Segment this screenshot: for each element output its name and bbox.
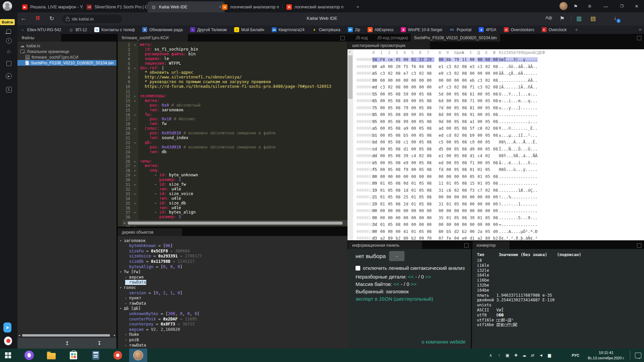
file-tree-item[interactable]: ☁kaitai.io: [17, 43, 116, 49]
tab-js-code-debug[interactable]: JS-код (отладка): [374, 34, 412, 42]
translate-icon[interactable]: Aф: [545, 15, 553, 20]
hex-viewer[interactable]: ▲ 0123456789ОдинБСДЕФ0123456789ОдинБСДЕФ…: [347, 49, 644, 240]
collections-icon[interactable]: ▤: [589, 15, 597, 22]
tree-node[interactable]: ·sizeDb = 0x11798B = 1145227: [125, 259, 195, 264]
fold-icon[interactable]: ▾: [134, 127, 136, 130]
tree-node[interactable]: ▹Пойя: [125, 332, 139, 337]
taskbar-app-maps[interactable]: [110, 349, 126, 362]
hex-row[interactable]: 00000040edc3020800000000efc30208f1c30208…: [347, 85, 644, 92]
hex-byte[interactable]: 00: [470, 57, 477, 62]
hex-byte[interactable]: F8: [380, 57, 388, 62]
fold-icon[interactable]: ▾: [134, 160, 136, 163]
fold-icon[interactable]: ▾: [134, 141, 136, 144]
browser-tab[interactable]: Ялогический анализатор п: [283, 1, 354, 12]
expand-icon[interactable]: ▹: [125, 333, 129, 336]
hex-byte[interactable]: 33: [419, 57, 427, 62]
tree-node[interactable]: ▹rawData: [125, 301, 146, 306]
splitter-files-editor[interactable]: [116, 34, 118, 349]
hex-row[interactable]: 0000008085000508890005088d00050891000508…: [347, 112, 644, 119]
fold-icon[interactable]: ▾: [134, 169, 136, 172]
hex-row[interactable]: 00000130190105081d01050831c60208f3c70208…: [347, 188, 644, 195]
tree-node[interactable]: ▹версия: [125, 275, 144, 280]
file-tree-item[interactable]: SochiPro_F0108_V0210_D160820_S0104.bin: [17, 60, 116, 66]
tray-icon-5[interactable]: ⇄: [529, 349, 536, 362]
fold-icon[interactable]: ▾: [134, 211, 136, 214]
video-play-icon[interactable]: ▶: [5, 72, 13, 80]
expand-icon[interactable]: ▹: [125, 344, 129, 347]
bookmark-item[interactable]: 24Квартплата24: [272, 27, 305, 32]
bookmark-item[interactable]: GКонтакты с телеф: [94, 27, 135, 32]
bytearray-prev-link[interactable]: <<: [393, 281, 399, 287]
language-indicator[interactable]: РУС: [568, 349, 583, 362]
expand-icon[interactable]: ▹: [125, 281, 129, 284]
new-tab-button[interactable]: +: [350, 1, 366, 12]
files-hscrollbar[interactable]: ◂ ▸: [17, 333, 116, 338]
hex-row[interactable]: 00000150290105082d0105083101050800000000…: [347, 202, 644, 208]
tree-node[interactable]: ·byteUnknown = [86]: [125, 243, 173, 248]
unparsed-prev-link[interactable]: <<: [408, 274, 414, 280]
taskbar-clock[interactable]: 10:11:41 Вс.13.сентября.2020 г.: [584, 350, 628, 361]
bookmark-item[interactable]: ›Другой Телеком: [190, 27, 227, 32]
file-tree-item[interactable]: Локальное хранилище: [17, 49, 116, 54]
collapse-icon[interactable]: ▾: [120, 307, 124, 310]
upload-file-icon[interactable]: ↥: [65, 340, 69, 346]
taskbar-app-calculator[interactable]: [88, 349, 104, 362]
tree-node[interactable]: ·version = [0, 2, 1, 0]: [125, 290, 182, 295]
bookmark-item[interactable]: ∴Eltex-NTU-RG-542: [20, 27, 61, 32]
bookmark-icon[interactable]: ⚑: [558, 15, 566, 22]
hex-row[interactable]: 0000009095000508990005089d000508a1000508…: [347, 119, 644, 126]
expand-icon[interactable]: ▹: [125, 276, 129, 279]
editor-hscrollbar[interactable]: ◂: [122, 220, 347, 226]
tree-node[interactable]: ▾голос: [120, 285, 136, 290]
bookmark-item[interactable]: OOverclockers: [504, 27, 534, 32]
hex-row[interactable]: 000001a0d3a289b280b209f007fe04e0d1a289b2…: [347, 236, 644, 240]
hex-row[interactable]: 00000030000000000000000000000000ebc30208…: [347, 78, 644, 85]
info-maximize-icon[interactable]: [464, 243, 469, 248]
hex-row[interactable]: 000000e0dd00050839c40208e1000508d1c40208…: [347, 154, 644, 160]
tree-node[interactable]: ·unknownBytes = [200, 0, 0, 0]: [125, 311, 200, 316]
hex-byte[interactable]: 00: [404, 57, 411, 62]
hex-byte[interactable]: 11: [462, 57, 470, 62]
taskbar-app-alisa[interactable]: [21, 349, 37, 362]
tab-hex-file[interactable]: SochiPro_F0108_V0210_D160820_S0104.bin: [411, 34, 500, 42]
bookmark-item[interactable]: IP2ip: [348, 27, 360, 32]
fold-icon[interactable]: ▾: [134, 193, 136, 196]
bookmark-item[interactable]: ▢ВП-12: [68, 27, 87, 32]
fold-icon[interactable]: ▾: [134, 44, 136, 47]
tray-icon-3[interactable]: ✚: [512, 349, 520, 362]
bookmark-item[interactable]: ≡Мой Билайн: [234, 27, 264, 32]
tabs-panel-icon[interactable]: [5, 59, 13, 67]
tab-js-code[interactable]: JS код: [352, 34, 371, 42]
hex-row[interactable]: 00000120090105080d0105081101050815010508…: [347, 181, 644, 188]
fold-icon[interactable]: ▾: [134, 100, 136, 103]
tray-icon-4[interactable]: ☁: [521, 349, 528, 362]
signin-badge[interactable]: Войти: [0, 19, 15, 25]
tree-node[interactable]: ▹пункт: [125, 296, 141, 301]
hex-byte[interactable]: 79: [454, 57, 462, 62]
bookmark-item[interactable]: ёСмотрёшка: [312, 27, 340, 32]
hex-row[interactable]: 0000011000000000000000000000000005010508…: [347, 174, 644, 181]
browser-tab[interactable]: ▶Решала. LIVE марафон - Y: [19, 1, 89, 12]
tree-node[interactable]: ▾дБ [дБ]: [120, 306, 141, 311]
splitter-editor-tree[interactable]: [118, 227, 347, 228]
profile-avatar[interactable]: [3, 1, 12, 11]
account-avatar[interactable]: [559, 2, 568, 10]
hex-row[interactable]: 000001803d010508000000000000000000000000…: [347, 222, 644, 229]
browser-tab[interactable]: Uлогический анализатор п: [219, 1, 289, 12]
minimize-button[interactable]: —: [598, 0, 613, 12]
close-button[interactable]: ×: [629, 0, 644, 12]
hex-byte[interactable]: 00: [439, 57, 446, 62]
collapse-icon[interactable]: ▾: [120, 239, 124, 242]
hex-row[interactable]: 00000020e5c30208e7c30208e9c3020800000000…: [347, 71, 644, 78]
bytearray-next-link[interactable]: >>: [411, 281, 417, 287]
editor-maximize-icon[interactable]: [340, 36, 345, 40]
tree-node[interactable]: ▹rawData: [125, 343, 146, 348]
tray-icon-1[interactable]: ↑: [495, 349, 503, 362]
fold-icon[interactable]: ▾: [134, 67, 136, 70]
tree-node[interactable]: ·counterPoiX = 0x2DAF = 11695: [125, 316, 197, 321]
hex-row[interactable]: 0000001080a00020f5f60408e1c30208e3c30208…: [347, 64, 644, 71]
tray-icon-6[interactable]: ◄: [537, 349, 545, 362]
collapse-icon[interactable]: ▾: [120, 286, 124, 289]
tree-node[interactable]: ·bytesAlign = [0, 0, 0]: [125, 264, 182, 269]
file-tree-item[interactable]: firmware_sochiF1pro.КСИ: [17, 54, 116, 60]
